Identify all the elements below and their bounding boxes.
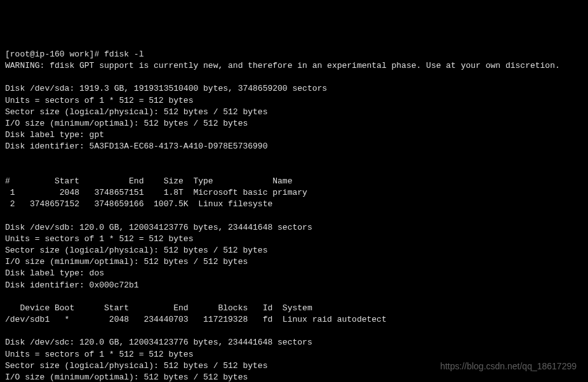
disk-sdc-units: Units = sectors of 1 * 512 = 512 bytes (5, 350, 193, 359)
sda-partition-1: 1 2048 3748657151 1.8T Microsoft basic p… (5, 188, 307, 197)
disk-sda-sector: Sector size (logical/physical): 512 byte… (5, 107, 267, 117)
sdb-table-header: Device Boot Start End Blocks Id System (5, 303, 312, 313)
disk-sda-units: Units = sectors of 1 * 512 = 512 bytes (5, 96, 193, 105)
warning-line: WARNING: fdisk GPT support is currently … (5, 61, 560, 70)
sda-partition-2: 2 3748657152 3748659166 1007.5K Linux fi… (5, 199, 272, 209)
disk-sda-id: Disk identifier: 5A3FD13A-EC68-4173-A410… (5, 142, 267, 151)
disk-sda-io: I/O size (minimum/optimal): 512 bytes / … (5, 119, 248, 128)
disk-sdb-id: Disk identifier: 0x000c72b1 (5, 280, 139, 290)
disk-sda-label: Disk label type: gpt (5, 130, 104, 140)
disk-sdc-sector: Sector size (logical/physical): 512 byte… (5, 361, 267, 371)
sda-table-header: # Start End Size Type Name (5, 176, 292, 186)
disk-sdb-sector: Sector size (logical/physical): 512 byte… (5, 246, 267, 255)
sdb-partition-1: /dev/sdb1 * 2048 234440703 117219328 fd … (5, 315, 387, 324)
disk-sda-header: Disk /dev/sda: 1919.3 GB, 1919313510400 … (5, 84, 327, 93)
disk-sdb-units: Units = sectors of 1 * 512 = 512 bytes (5, 234, 193, 244)
disk-sdb-io: I/O size (minimum/optimal): 512 bytes / … (5, 257, 248, 267)
watermark-text: https://blog.csdn.net/qq_18617299 (440, 360, 577, 373)
shell-prompt: [root@ip-160 work]# (5, 49, 104, 59)
disk-sdc-io: I/O size (minimum/optimal): 512 bytes / … (5, 372, 248, 382)
disk-sdb-header: Disk /dev/sdb: 120.0 GB, 120034123776 by… (5, 223, 312, 232)
disk-sdb-label: Disk label type: dos (5, 268, 104, 278)
disk-sdc-header: Disk /dev/sdc: 120.0 GB, 120034123776 by… (5, 338, 312, 347)
command-input[interactable]: fdisk -l (104, 49, 144, 59)
terminal-output: [root@ip-160 work]# fdisk -l WARNING: fd… (5, 49, 583, 382)
